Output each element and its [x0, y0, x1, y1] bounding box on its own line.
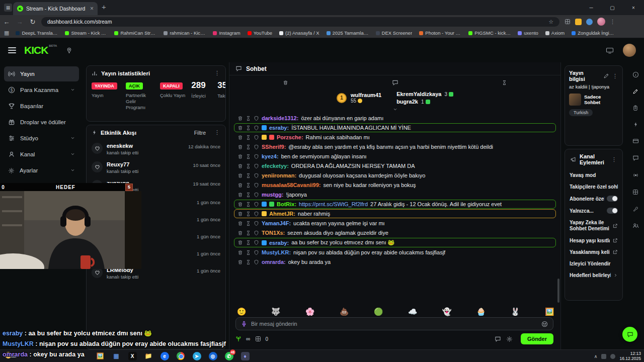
timeout-user-icon[interactable]	[246, 183, 251, 188]
ban-user-icon[interactable]	[254, 163, 259, 169]
info-icon[interactable]	[632, 71, 639, 78]
chat-username[interactable]: esraby:	[269, 125, 289, 131]
ban-user-icon[interactable]	[254, 135, 259, 140]
sidebar-item-kanal[interactable]: Kanal	[4, 147, 79, 162]
infinity-icon[interactable]: ∞	[246, 335, 251, 342]
chat-username[interactable]: esraby:	[269, 240, 289, 246]
message-input[interactable]: Bir mesaj gönderin	[235, 317, 553, 330]
bookmark-item[interactable]: (2) Anasayfa / X	[276, 29, 323, 37]
ban-user-icon[interactable]	[254, 230, 259, 236]
ban-user-icon[interactable]	[254, 192, 259, 198]
timeout-user-icon[interactable]	[246, 135, 251, 140]
ban-user-icon[interactable]	[254, 211, 259, 217]
pencil-icon[interactable]	[632, 88, 638, 95]
browser-profile-icon[interactable]: ▦	[4, 4, 12, 12]
delete-message-icon[interactable]	[237, 173, 243, 178]
sidebar-item-ba-ar-lar[interactable]: Başarılar	[4, 99, 79, 114]
bookmark-item[interactable]: DeepL Translate: Th...	[12, 29, 61, 37]
action-yasaklanm-kelimeler[interactable]: Yasaklanmış kelimeler	[565, 246, 622, 258]
timeout-user-icon[interactable]	[246, 116, 251, 121]
card-icon[interactable]	[632, 138, 639, 144]
leaderboard-row[interactable]: bugra2k1	[396, 99, 453, 105]
delete-message-icon[interactable]	[237, 192, 243, 198]
delete-message-icon[interactable]	[237, 240, 243, 245]
window-maximize-button[interactable]: ▢	[602, 0, 623, 15]
toggle-switch[interactable]	[607, 196, 618, 202]
seed-icon[interactable]	[235, 336, 242, 342]
chat-username[interactable]: YamanJ4F:	[262, 220, 291, 226]
send-button[interactable]: Gönder	[521, 333, 553, 344]
bolt-icon[interactable]	[633, 122, 638, 127]
event-row[interactable]: eneskekwkanalı takip etti12 dakika önce	[87, 140, 225, 158]
chat-username[interactable]: AhmetJR:	[269, 211, 295, 217]
sidebar-item-yay-n[interactable]: Yayın	[4, 66, 79, 81]
flower-emote[interactable]: 🌸	[305, 307, 315, 316]
timeout-user-icon[interactable]	[246, 144, 251, 150]
chat-scrollbar[interactable]	[557, 279, 559, 303]
delete-message-icon[interactable]	[237, 125, 243, 131]
kick-logo[interactable]: KICKBETA	[24, 44, 57, 56]
delete-message-icon[interactable]	[237, 259, 243, 265]
settings-gear-icon[interactable]	[506, 336, 513, 342]
new-tab-button[interactable]: +	[102, 3, 106, 11]
tray-expand-icon[interactable]: ∧	[594, 354, 598, 359]
bookmark-star-icon[interactable]: ☆	[548, 19, 553, 25]
ban-user-icon[interactable]	[254, 221, 259, 226]
leaderboard-first[interactable]: 1 wulfraum41 55	[337, 92, 381, 104]
picture-emote[interactable]: 🖼️	[544, 307, 554, 316]
tray-icon[interactable]	[610, 354, 615, 359]
delete-message-icon[interactable]	[237, 230, 243, 236]
bookmark-item[interactable]: Axiom	[542, 29, 568, 37]
toggle-switch[interactable]	[607, 208, 618, 214]
delete-message-icon[interactable]	[237, 116, 243, 121]
bookmark-item[interactable]: Instagram	[209, 29, 244, 37]
chat-username[interactable]: yeniironman:	[262, 172, 296, 178]
browser-profile-avatar[interactable]	[597, 18, 605, 26]
bookmark-item[interactable]: Zonguldak İngilizce...	[568, 29, 617, 37]
cloud-emote[interactable]: ☁️	[408, 307, 418, 316]
delete-message-icon[interactable]	[237, 144, 243, 150]
delete-message-icon[interactable]	[237, 154, 243, 159]
action-hedefleri-belirleyin[interactable]: Hedefleri belirleyin	[565, 269, 622, 281]
delete-message-icon[interactable]	[237, 211, 243, 217]
edit-pencil-icon[interactable]	[603, 73, 609, 79]
category-thumbnail[interactable]	[569, 94, 581, 106]
poop-emote[interactable]: 💩	[339, 307, 349, 316]
browser-tab[interactable]: K Stream - Kick Dashboard ×	[13, 2, 98, 15]
timeout-user-icon[interactable]	[246, 221, 251, 226]
timeout-user-icon[interactable]	[246, 250, 251, 255]
chat-username[interactable]: mustgg:	[262, 192, 283, 198]
grid-icon[interactable]	[632, 189, 638, 195]
wolf-emote[interactable]: 🐺	[271, 307, 281, 316]
timeout-user-icon[interactable]	[246, 202, 251, 207]
timeout-user-icon[interactable]	[246, 125, 251, 131]
collapse-leaderboard-icon[interactable]	[393, 106, 397, 112]
filter-button[interactable]: Filtre	[194, 130, 206, 136]
ban-user-icon[interactable]	[254, 173, 259, 178]
bookmark-item[interactable]: Stream - Kick Dashb...	[61, 29, 111, 37]
tab-close-icon[interactable]: ×	[90, 5, 94, 12]
tray-icon[interactable]	[601, 354, 606, 359]
stats-menu-icon[interactable]: ⋮	[214, 70, 220, 76]
delete-message-icon[interactable]	[237, 163, 243, 169]
smiley-emote[interactable]: 🙂	[236, 307, 247, 316]
cupcake-emote[interactable]: 🧁	[476, 307, 486, 316]
delete-message-icon[interactable]	[237, 135, 243, 140]
back-button[interactable]: ←	[0, 18, 13, 26]
screen-broadcast-icon[interactable]	[606, 47, 614, 54]
extension-icon[interactable]	[575, 19, 582, 25]
timeout-mode-icon[interactable]	[502, 80, 507, 85]
timeout-user-icon[interactable]	[246, 154, 251, 159]
activity-menu-icon[interactable]: ⋮	[214, 129, 220, 136]
timeout-user-icon[interactable]	[246, 163, 251, 169]
bookmark-item[interactable]: rahmican - Kick Stat...	[160, 29, 209, 37]
action-takip-ilere-zel-sohbet[interactable]: Takipçilere özel sohbet	[565, 181, 622, 193]
delete-message-icon[interactable]	[237, 221, 243, 226]
action-yava-mod[interactable]: Yavaş mod	[565, 169, 622, 181]
action-yaln-zca-[interactable]: Yalnızca...	[565, 205, 622, 217]
bookmark-item[interactable]: RahmiCan Stream -...	[111, 29, 160, 37]
window-close-button[interactable]: ×	[623, 0, 644, 15]
bookmark-item[interactable]: PIGSMC - kick.com/...	[465, 29, 514, 37]
chat-icon[interactable]	[632, 155, 639, 161]
timeout-user-icon[interactable]	[246, 230, 251, 236]
